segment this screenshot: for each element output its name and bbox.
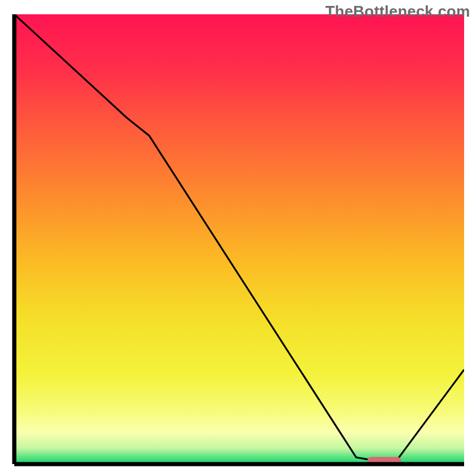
watermark-text: TheBottleneck.com — [325, 2, 470, 21]
chart-canvas — [0, 0, 476, 476]
plot-background — [14, 14, 464, 464]
bottleneck-chart: TheBottleneck.com — [0, 0, 476, 476]
